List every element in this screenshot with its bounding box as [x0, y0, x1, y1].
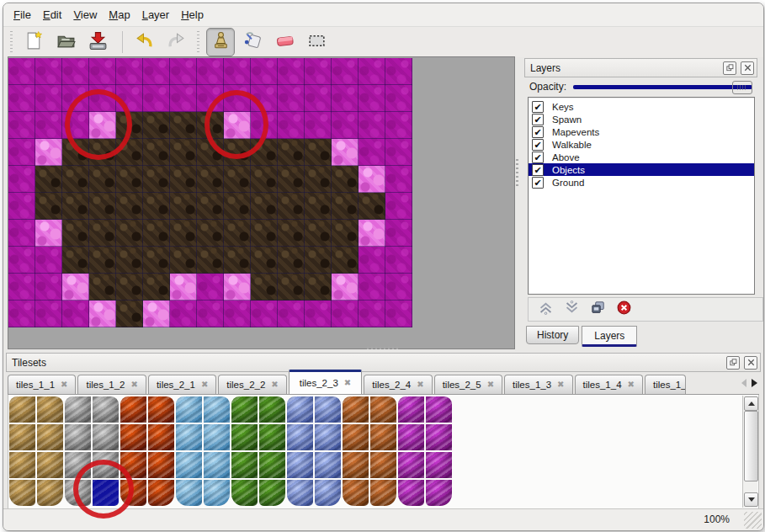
menu-view[interactable]: View — [68, 7, 102, 23]
menu-layer[interactable]: Layer — [137, 7, 175, 23]
fill-tool-button[interactable] — [238, 28, 267, 56]
menu-file[interactable]: File — [8, 7, 36, 23]
tileset-tile-tan[interactable] — [37, 452, 63, 478]
tileset-tile-sky-blue[interactable] — [176, 480, 202, 506]
tab-close-icon[interactable]: ✖ — [201, 380, 208, 389]
tileset-tile-flame-red[interactable] — [148, 396, 174, 423]
tab-scroll-right-icon[interactable] — [749, 373, 759, 393]
tab-scroll-left-icon[interactable] — [739, 373, 749, 393]
tab-close-icon[interactable]: ✖ — [487, 380, 494, 389]
checkbox-checked-icon[interactable]: ✔ — [532, 101, 544, 113]
tileset-tile-silver[interactable] — [93, 396, 119, 423]
tileset-tile-periwinkle[interactable] — [287, 424, 313, 450]
undo-button[interactable] — [130, 28, 158, 56]
dock-tab-layers[interactable]: Layers — [582, 326, 637, 347]
tileset-tile-sky-blue[interactable] — [204, 452, 230, 478]
tileset-tile-purple[interactable] — [426, 424, 452, 450]
redo-button[interactable] — [162, 28, 190, 56]
tileset-tile-tan[interactable] — [37, 480, 63, 506]
scroll-down-icon[interactable] — [744, 492, 758, 507]
tileset-tile-sky-blue[interactable] — [176, 452, 202, 478]
horizontal-splitter-handle[interactable] — [367, 346, 401, 350]
tileset-tile-flame-red[interactable] — [148, 452, 174, 478]
opacity-slider-track[interactable] — [573, 85, 752, 89]
tileset-tile-rust[interactable] — [370, 480, 396, 506]
opacity-slider[interactable] — [573, 80, 752, 93]
tilesets-float-button[interactable] — [726, 356, 740, 370]
duplicate-layer-button[interactable] — [589, 301, 606, 318]
tileset-tab-tiles_1_1[interactable]: tiles_1_1✖ — [8, 375, 76, 394]
tab-close-icon[interactable]: ✖ — [628, 380, 635, 389]
menu-map[interactable]: Map — [104, 7, 135, 23]
checkbox-checked-icon[interactable]: ✔ — [532, 177, 544, 189]
tileset-tile-tan[interactable] — [9, 424, 35, 450]
tileset-tile-purple[interactable] — [426, 452, 452, 478]
tileset-tile-dark-green[interactable] — [231, 396, 258, 423]
checkbox-checked-icon[interactable]: ✔ — [532, 164, 544, 176]
tileset-tile-rust[interactable] — [370, 452, 396, 478]
tilesets-close-button[interactable] — [744, 356, 757, 370]
tab-close-icon[interactable]: ✖ — [417, 380, 423, 389]
tileset-tab-tiles_2_5[interactable]: tiles_2_5✖ — [434, 375, 502, 394]
tileset-tab-tiles_1_[interactable]: tiles_1_✖ — [645, 375, 686, 394]
tileset-tab-tiles_2_4[interactable]: tiles_2_4✖ — [364, 375, 432, 394]
tileset-tile-rust[interactable] — [343, 452, 369, 478]
tileset-tile-periwinkle[interactable] — [287, 396, 313, 423]
tileset-tile-dark-green[interactable] — [231, 480, 258, 506]
layer-row[interactable]: ✔Walkable — [529, 138, 754, 151]
tileset-tile-purple[interactable] — [398, 396, 424, 423]
tileset-tile-sky-blue[interactable] — [204, 396, 230, 423]
tab-close-icon[interactable]: ✖ — [557, 380, 564, 389]
resize-grip[interactable] — [744, 512, 762, 529]
opacity-slider-handle[interactable] — [732, 81, 752, 94]
layers-float-button[interactable] — [723, 61, 736, 75]
tileset-tile-silver[interactable] — [65, 424, 91, 450]
tileset-tile-purple[interactable] — [398, 424, 424, 450]
tileset-tab-tiles_1_3[interactable]: tiles_1_3✖ — [504, 375, 572, 394]
save-button[interactable] — [83, 28, 112, 56]
eraser-tool-button[interactable] — [270, 28, 299, 56]
tileset-tile-sky-blue[interactable] — [204, 480, 230, 506]
tileset-tile-tan[interactable] — [37, 396, 63, 423]
tileset-tab-tiles_1_4[interactable]: tiles_1_4✖ — [575, 375, 643, 394]
layers-close-button[interactable] — [741, 61, 754, 75]
tileset-tile-rust[interactable] — [370, 424, 396, 450]
tileset-tile-periwinkle[interactable] — [315, 424, 341, 450]
tileset-tile-rust[interactable] — [343, 424, 369, 450]
layer-row[interactable]: ✔Above — [529, 151, 754, 163]
layer-row[interactable]: ✔Spawn — [529, 113, 754, 125]
menu-edit[interactable]: Edit — [38, 7, 66, 23]
vertical-splitter-handle[interactable] — [515, 159, 519, 188]
tileset-tile-periwinkle[interactable] — [315, 480, 341, 506]
tileset-tile-dark-green[interactable] — [231, 424, 258, 450]
layer-row[interactable]: ✔Keys — [529, 100, 754, 113]
tileset-tab-tiles_1_2[interactable]: tiles_1_2✖ — [77, 375, 146, 394]
checkbox-checked-icon[interactable]: ✔ — [532, 152, 544, 163]
tileset-tile-sky-blue[interactable] — [176, 396, 202, 423]
tab-close-icon[interactable]: ✖ — [130, 380, 137, 389]
checkbox-checked-icon[interactable]: ✔ — [532, 114, 544, 125]
tileset-tile-tan[interactable] — [9, 480, 35, 506]
move-layer-down-button[interactable] — [563, 301, 580, 318]
menu-help[interactable]: Help — [176, 7, 209, 23]
checkbox-checked-icon[interactable]: ✔ — [532, 126, 544, 138]
tileset-tile-purple[interactable] — [398, 452, 424, 478]
tileset-tile-periwinkle[interactable] — [287, 480, 313, 506]
tileset-tile-sky-blue[interactable] — [204, 424, 230, 450]
tab-close-icon[interactable]: ✖ — [344, 379, 351, 387]
tileset-tile-tan[interactable] — [9, 396, 35, 423]
tileset-tab-tiles_2_2[interactable]: tiles_2_2✖ — [218, 375, 286, 394]
tileset-tile-tan[interactable] — [37, 424, 63, 450]
toolbar-grip[interactable] — [195, 31, 201, 53]
tileset-tile-dark-green[interactable] — [259, 396, 285, 423]
layer-row[interactable]: ✔Ground — [529, 176, 754, 189]
tileset-tile-flame-red[interactable] — [120, 424, 146, 450]
tileset-scrollbar[interactable] — [742, 396, 757, 508]
tileset-tile-purple[interactable] — [426, 480, 452, 506]
tileset-tile-dark-green[interactable] — [259, 424, 285, 450]
tileset-tab-tiles_2_1[interactable]: tiles_2_1✖ — [148, 375, 216, 394]
scroll-up-icon[interactable] — [744, 396, 758, 411]
tileset-tile-flame-red[interactable] — [120, 396, 146, 423]
tab-close-icon[interactable]: ✖ — [61, 380, 67, 389]
tileset-tile-dark-green[interactable] — [259, 452, 285, 478]
